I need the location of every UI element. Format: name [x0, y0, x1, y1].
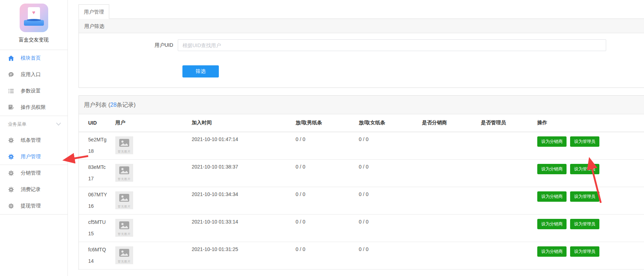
user-list-title: 用户列表 (28条记录): [79, 96, 644, 114]
table-row: 83eMTc 17 暂无图片 2021-10-10 01:38:37 0 / 0…: [79, 159, 644, 187]
user-id-value: 17: [88, 175, 115, 182]
filter-form: 用户UID 筛选: [79, 33, 644, 87]
user-id-value: 14: [88, 258, 115, 264]
is-distributor-cell: [422, 187, 481, 214]
set-admin-button[interactable]: 设为管理员: [570, 219, 599, 229]
uid-cell: 83eMTc 17: [79, 159, 115, 187]
gear-icon: [8, 186, 14, 193]
sidebar-item-withdrawal-management[interactable]: 提现管理: [0, 198, 67, 214]
join-time-cell: 2021-10-10 01:31:25: [192, 242, 296, 269]
female-notes-cell: 0 / 0: [359, 132, 422, 159]
main-content: 用户管理 用户筛选 用户UID 筛选 用户列表 (28条记录) UID 用户: [79, 0, 644, 270]
join-time-cell: 2021-10-10 01:34:34: [192, 187, 296, 214]
set-distributor-button[interactable]: 设为分销商: [537, 136, 567, 147]
list-icon: [8, 88, 14, 94]
avatar: 暂无图片: [115, 191, 133, 209]
avatar-caption: 暂无图片: [115, 233, 133, 236]
sidebar-item-app-entry[interactable]: 应用入口: [0, 66, 67, 83]
uid-value: 83eMTc: [88, 164, 115, 170]
avatar: 暂无图片: [115, 136, 133, 154]
is-admin-cell: [481, 214, 537, 242]
set-admin-button[interactable]: 设为管理员: [570, 136, 599, 147]
record-count: 28: [110, 102, 117, 108]
tab-user-management[interactable]: 用户管理: [79, 4, 109, 19]
sidebar-item-label: 模块首页: [21, 55, 41, 61]
sidebar-item-user-management[interactable]: 用户管理: [0, 149, 67, 165]
uid-field-label: 用户UID: [79, 42, 178, 49]
avatar-caption: 暂无图片: [115, 178, 133, 181]
sidebar-business-menu: 纸条管理 用户管理 分销管理 消费记录 提现管理: [0, 132, 67, 215]
avatar-caption: 暂无图片: [115, 260, 133, 263]
uid-value: fc6MTQ: [88, 246, 115, 253]
avatar: 暂无图片: [115, 164, 133, 182]
set-distributor-button[interactable]: 设为分销商: [537, 191, 567, 202]
set-distributor-button[interactable]: 设为分销商: [537, 164, 567, 174]
actions-cell: 设为分销商 设为管理员: [537, 132, 644, 159]
sidebar-item-operator-permissions[interactable]: 操作员权限: [0, 99, 67, 116]
user-table: UID 用户 加入时间 放/取男纸条 放/取女纸条 是否分销商 是否管理员 操作…: [79, 114, 644, 270]
user-id-value: 15: [88, 230, 115, 237]
app-logo-block: ♥ 盲盒交友变现: [0, 0, 67, 50]
user-id-value: 18: [88, 148, 115, 154]
gear-icon: [8, 203, 14, 209]
sidebar-item-label: 分销管理: [21, 170, 41, 176]
set-admin-button[interactable]: 设为管理员: [570, 246, 599, 257]
avatar: 暂无图片: [115, 246, 133, 264]
actions-cell: 设为分销商 设为管理员: [537, 242, 644, 269]
actions-cell: 设为分销商 设为管理员: [537, 187, 644, 214]
user-cell: 暂无图片: [115, 214, 192, 242]
table-row: 5e2MTg 18 暂无图片 2021-10-10 01:47:14 0 / 0…: [79, 132, 644, 159]
filter-submit-button[interactable]: 筛选: [182, 65, 219, 77]
gear-icon: [8, 154, 14, 160]
is-distributor-cell: [422, 242, 481, 269]
sidebar-section-business-menu[interactable]: 业务菜单: [0, 116, 67, 132]
home-icon: [8, 55, 14, 61]
sidebar: ♥ 盲盒交友变现 模块首页 应用入口 参数设置: [0, 0, 68, 276]
sidebar-item-module-home[interactable]: 模块首页: [0, 50, 67, 66]
user-cell: 暂无图片: [115, 132, 192, 159]
sidebar-item-distribution-management[interactable]: 分销管理: [0, 165, 67, 181]
gear-icon: [8, 170, 14, 176]
female-notes-cell: 0 / 0: [359, 159, 422, 187]
tab-bar: 用户管理: [79, 4, 644, 19]
sidebar-item-label: 提现管理: [21, 203, 41, 209]
uid-search-input[interactable]: [178, 39, 606, 51]
list-title-suffix: 条记录): [117, 102, 136, 108]
sidebar-item-label: 参数设置: [21, 88, 41, 94]
no-image-icon: [119, 166, 130, 175]
set-admin-button[interactable]: 设为管理员: [570, 164, 599, 174]
sidebar-item-parameter-settings[interactable]: 参数设置: [0, 83, 67, 99]
user-table-body: 5e2MTg 18 暂无图片 2021-10-10 01:47:14 0 / 0…: [79, 132, 644, 269]
is-admin-cell: [481, 242, 537, 269]
set-admin-button[interactable]: 设为管理员: [570, 191, 599, 202]
is-distributor-cell: [422, 132, 481, 159]
no-image-icon: [119, 139, 130, 147]
filter-panel-title: 用户筛选: [79, 19, 644, 33]
column-header-is-distributor: 是否分销商: [422, 114, 481, 132]
male-notes-cell: 0 / 0: [296, 132, 359, 159]
male-notes-cell: 0 / 0: [296, 214, 359, 242]
table-header-row: UID 用户 加入时间 放/取男纸条 放/取女纸条 是否分销商 是否管理员 操作: [79, 114, 644, 132]
female-notes-cell: 0 / 0: [359, 242, 422, 269]
uid-cell: fc6MTQ 14: [79, 242, 115, 269]
sidebar-item-consumption-records[interactable]: 消费记录: [0, 181, 67, 198]
user-list-panel: 用户列表 (28条记录) UID 用户 加入时间 放/取男纸条 放/取女纸条 是…: [79, 95, 644, 270]
user-cell: 暂无图片: [115, 242, 192, 269]
column-header-actions: 操作: [537, 114, 644, 132]
uid-cell: cf5MTU 15: [79, 214, 115, 242]
column-header-user: 用户: [115, 114, 192, 132]
column-header-male-notes: 放/取男纸条: [296, 114, 359, 132]
is-admin-cell: [481, 187, 537, 214]
sidebar-item-label: 应用入口: [21, 71, 41, 78]
set-distributor-button[interactable]: 设为分销商: [537, 219, 567, 229]
sidebar-item-label: 用户管理: [21, 154, 41, 160]
female-notes-cell: 0 / 0: [359, 214, 422, 242]
join-time-cell: 2021-10-10 01:33:14: [192, 214, 296, 242]
actions-cell: 设为分销商 设为管理员: [537, 159, 644, 187]
no-image-icon: [119, 221, 130, 230]
no-image-icon: [119, 249, 130, 257]
table-row: fc6MTQ 14 暂无图片 2021-10-10 01:31:25 0 / 0…: [79, 242, 644, 269]
set-distributor-button[interactable]: 设为分销商: [537, 246, 567, 257]
avatar-caption: 暂无图片: [115, 150, 133, 153]
sidebar-item-note-management[interactable]: 纸条管理: [0, 132, 67, 149]
